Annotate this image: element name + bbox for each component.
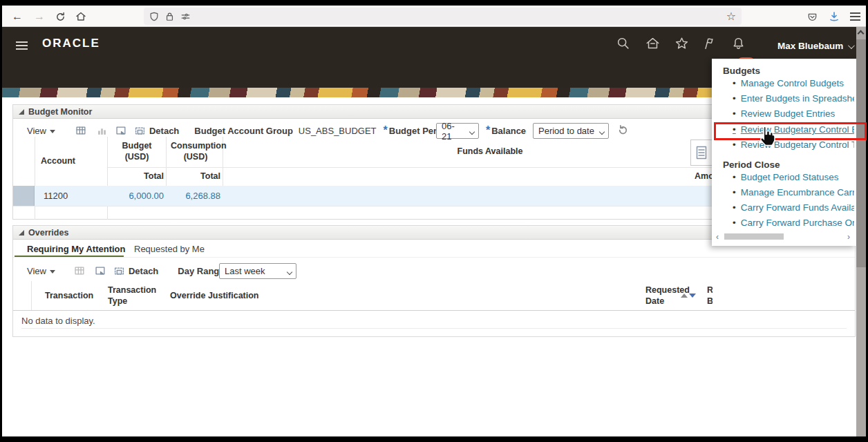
budget-period-select[interactable]: 06-21 <box>436 123 479 139</box>
amount-header-fragment: Amo <box>695 171 714 182</box>
menu-item-carry-forward-funds-available[interactable]: Carry Forward Funds Availab <box>733 202 854 213</box>
menu-section-budgets: Budgets <box>723 66 760 76</box>
permissions-icon[interactable] <box>180 12 191 21</box>
sort-ascending-icon[interactable] <box>681 294 688 298</box>
watchlist-flag-icon[interactable] <box>701 36 719 54</box>
account-group-label: Budget Account Group <box>194 126 293 136</box>
menu-item-review-budget-entries[interactable]: Review Budget Entries <box>733 108 854 119</box>
browser-toolbar: ← → ☆ <box>2 6 866 27</box>
required-marker: * <box>384 124 388 137</box>
user-menu[interactable]: Max Bluebaum <box>777 41 853 51</box>
refresh-icon[interactable] <box>617 124 629 139</box>
detach-button[interactable]: Detach <box>149 126 179 136</box>
row-selector[interactable] <box>13 186 35 206</box>
overrides-toolbar: View Detach Day Range <box>27 262 225 280</box>
scroll-up-icon[interactable] <box>858 30 865 37</box>
menu-item-budget-period-statuses[interactable]: Budget Period Statuses <box>733 172 854 182</box>
balance-label: Balance <box>491 126 526 136</box>
sort-icons[interactable] <box>681 288 696 300</box>
export-icon[interactable] <box>76 126 86 136</box>
view-menu[interactable]: View <box>27 266 55 276</box>
collapse-triangle-icon[interactable] <box>19 230 24 236</box>
scroll-right-icon[interactable]: › <box>847 232 850 242</box>
day-range-label: Day Range <box>178 266 224 276</box>
cell-budget-link[interactable]: 6,000.00 <box>103 191 164 201</box>
sort-descending-icon[interactable] <box>689 294 696 298</box>
cell-account: 11200 <box>44 191 68 201</box>
browser-home-icon[interactable] <box>73 8 89 25</box>
forward-icon[interactable]: → <box>31 8 48 25</box>
balance-label-group: * Balance <box>486 122 526 140</box>
required-marker: * <box>486 124 490 137</box>
home-icon[interactable] <box>645 36 663 54</box>
search-icon[interactable] <box>616 36 634 54</box>
pocket-icon[interactable] <box>804 8 820 25</box>
balance-select[interactable]: Period to date <box>533 123 609 139</box>
col-transaction-type[interactable]: Transaction Type <box>108 285 163 307</box>
back-icon[interactable]: ← <box>9 8 26 25</box>
reload-icon[interactable] <box>52 8 68 25</box>
col-budget[interactable]: Budget (USD) <box>114 141 160 162</box>
col-consumption[interactable]: Consumption (USD) <box>171 141 220 162</box>
col-transaction[interactable]: Transaction <box>45 291 93 302</box>
col-account[interactable]: Account <box>41 156 75 167</box>
col-override-justification[interactable]: Override Justification <box>170 291 259 302</box>
bookmark-star-icon[interactable]: ☆ <box>726 10 736 23</box>
budget-monitor-title: Budget Monitor <box>28 107 92 117</box>
budget-monitor-toolbar: View Detach Budget Account Group US_ABS_… <box>27 122 451 140</box>
consumption-total-label: Total <box>168 171 220 182</box>
tab-requested-by-me[interactable]: Requested by Me <box>134 244 205 254</box>
scroll-left-icon[interactable]: ‹ <box>716 232 719 242</box>
hand-cursor-icon <box>756 125 778 151</box>
screen: ← → ☆ ORACLE <box>0 0 868 442</box>
freeze-icon[interactable] <box>95 266 106 276</box>
cell-consumption-link[interactable]: 6,268.88 <box>161 191 220 201</box>
scrollbar-thumb[interactable] <box>856 39 866 267</box>
menu-horizontal-scrollbar[interactable]: ‹ › <box>712 231 856 242</box>
oracle-logo: ORACLE <box>42 37 100 50</box>
menu-item-manage-encumbrance-carry[interactable]: Manage Encumbrance Carry <box>733 187 854 198</box>
favorites-star-icon[interactable] <box>674 36 692 54</box>
notifications-bell-icon[interactable] <box>730 36 748 54</box>
freeze-icon[interactable] <box>116 126 126 136</box>
detach-button[interactable]: Detach <box>129 266 158 276</box>
chevron-down-icon <box>848 42 855 49</box>
col-funds-available[interactable]: Funds Available <box>224 146 756 157</box>
menu-item-review-budgetary-control-transactions[interactable]: Review Budgetary Control T <box>733 140 854 150</box>
dropdown-triangle-icon <box>50 270 55 273</box>
empty-table-message: No data to display. <box>21 316 95 326</box>
manage-columns-icon[interactable] <box>690 140 713 166</box>
chart-icon[interactable] <box>97 126 107 136</box>
lock-icon[interactable] <box>165 12 174 21</box>
col-requested-by-fragment: R B <box>707 285 713 307</box>
menu-item-enter-budgets-in-spreadsheet[interactable]: Enter Budgets in Spreadshe <box>733 93 854 104</box>
overrides-title: Overrides <box>28 228 68 238</box>
budget-total-label: Total <box>110 171 164 182</box>
view-menu[interactable]: View <box>27 126 55 136</box>
account-group-value: US_ABS_BUDGET <box>299 126 377 136</box>
page-vertical-scrollbar[interactable] <box>856 27 866 436</box>
detach-icon[interactable] <box>135 126 145 136</box>
browser-menu-icon[interactable] <box>847 8 863 25</box>
tab-requiring-my-attention[interactable]: Requiring My Attention <box>27 244 126 254</box>
collapse-triangle-icon[interactable] <box>19 109 24 115</box>
menu-item-manage-control-budgets[interactable]: Manage Control Budgets <box>733 78 854 88</box>
day-range-select[interactable]: Last week <box>219 263 296 279</box>
budgets-menu-panel: Budgets Manage Control Budgets Enter Bud… <box>712 59 856 246</box>
export-icon[interactable] <box>75 266 85 276</box>
downloads-icon[interactable] <box>826 8 842 25</box>
scrollbar-thumb[interactable] <box>724 233 784 240</box>
url-bar[interactable]: ☆ <box>144 8 742 25</box>
highlight-annotation-box <box>714 122 867 140</box>
dropdown-triangle-icon <box>50 130 55 133</box>
shield-icon[interactable] <box>149 12 159 21</box>
menu-item-carry-forward-purchase-orders[interactable]: Carry Forward Purchase Ord <box>733 218 854 228</box>
detach-icon[interactable] <box>114 266 124 276</box>
navigator-menu-icon[interactable] <box>16 39 28 52</box>
menu-section-period-close: Period Close <box>723 160 780 170</box>
